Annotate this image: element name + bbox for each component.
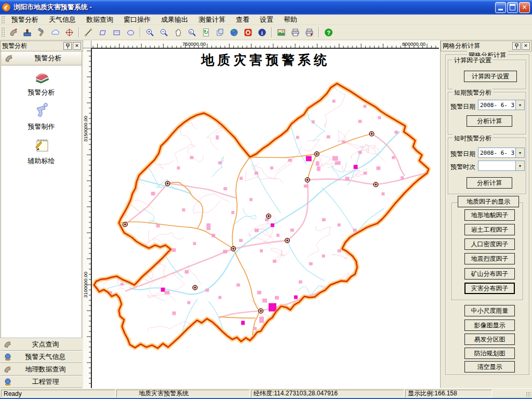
aux-plot-icon bbox=[32, 136, 51, 154]
svg-text:800000.00: 800000.00 bbox=[402, 41, 425, 47]
chevron-down-icon[interactable]: ▼ bbox=[515, 161, 524, 170]
menu-measure-calc[interactable]: 测量计算 bbox=[193, 14, 231, 25]
short-time-session-combo[interactable]: ▼ bbox=[478, 161, 525, 171]
zoom-extent-icon: ± bbox=[188, 28, 196, 37]
resize-grip[interactable] bbox=[526, 392, 531, 397]
select-tool-button[interactable] bbox=[7, 26, 20, 38]
title-bar: 浏阳市地质灾害预警系统 - ✕ bbox=[0, 0, 532, 15]
left-panel: 预警分析 ✕ 预警分析 预警分析 bbox=[0, 41, 83, 388]
short-time-run-button[interactable]: 分析计算 bbox=[467, 177, 512, 189]
left-panel-titlebar: 预警分析 ✕ bbox=[0, 41, 83, 51]
prevention-plan-button[interactable]: 防治规划图 bbox=[464, 348, 515, 359]
menu-view[interactable]: 查看 bbox=[231, 14, 255, 25]
tool-aux-plot[interactable]: 辅助标绘 bbox=[1, 136, 82, 166]
image-display-button[interactable]: 影像图显示 bbox=[464, 320, 515, 331]
sidebar-item-weather-info[interactable]: 预警天气信息 bbox=[1, 351, 82, 363]
refresh-view-button[interactable]: ↻ bbox=[200, 26, 212, 38]
draw-polygon-button[interactable] bbox=[96, 26, 109, 38]
menu-warning-analysis[interactable]: 预警分析 bbox=[6, 14, 44, 25]
factor-disaster-button[interactable]: 灾害分布因子 bbox=[464, 283, 515, 294]
image-view-button[interactable] bbox=[275, 26, 288, 38]
tool-warning-make[interactable]: 预警制作 bbox=[1, 102, 82, 131]
minimize-icon bbox=[498, 9, 503, 10]
pin-icon bbox=[65, 44, 70, 49]
menu-help[interactable]: 帮助 bbox=[278, 14, 302, 25]
restore-button[interactable] bbox=[507, 2, 518, 13]
menu-data-query[interactable]: 数据查询 bbox=[81, 14, 118, 25]
cloud-tool-button[interactable] bbox=[49, 26, 62, 38]
center-target-button[interactable] bbox=[63, 26, 76, 38]
chevron-down-icon[interactable]: ▼ bbox=[515, 148, 524, 157]
chevron-down-icon[interactable]: ▼ bbox=[515, 100, 524, 110]
tool-label: 预警制作 bbox=[1, 122, 82, 131]
window-title: 浏阳市地质灾害预警系统 - bbox=[14, 3, 494, 12]
short-time-session-label: 预警时次 bbox=[450, 163, 475, 171]
edit-tool-button[interactable] bbox=[35, 26, 48, 38]
factor-geotech-button[interactable]: 岩土工程因子 bbox=[464, 224, 515, 235]
zoom-in-button[interactable] bbox=[143, 26, 156, 38]
short-term-date-combo[interactable]: 2008- 6- 3 ▼ bbox=[478, 100, 525, 110]
help-button[interactable]: ? bbox=[322, 26, 335, 38]
sidebar-item-label: 灾点查询 bbox=[12, 340, 79, 349]
status-ready: Ready bbox=[1, 390, 115, 397]
left-panel-close-button[interactable]: ✕ bbox=[73, 42, 81, 50]
dish-icon bbox=[4, 54, 15, 62]
short-term-group-title: 短期预警分析 bbox=[453, 88, 493, 97]
menu-weather-info[interactable]: 天气信息 bbox=[44, 14, 81, 25]
factor-population-button[interactable]: 人口密度因子 bbox=[464, 238, 515, 250]
stop-load-button[interactable] bbox=[242, 26, 255, 38]
left-panel-header: 预警分析 bbox=[1, 51, 82, 65]
sidebar-item-project-management[interactable]: 工程管理 bbox=[1, 376, 82, 388]
map-svg bbox=[92, 49, 440, 389]
right-panel-close-button[interactable]: ✕ bbox=[522, 42, 530, 50]
tool-warning-analysis[interactable]: 预警分析 bbox=[1, 69, 82, 97]
status-scale: 显示比例:166.158 bbox=[405, 390, 492, 397]
map-style-button[interactable] bbox=[21, 26, 34, 38]
short-term-group: 短期预警分析 bbox=[448, 92, 526, 135]
factor-seismic-button[interactable]: 地震烈度因子 bbox=[464, 253, 515, 264]
svg-text:±: ± bbox=[190, 30, 192, 34]
print-preview-button[interactable] bbox=[303, 26, 316, 38]
calc-factor-group-title: 计算因子设置 bbox=[453, 56, 493, 65]
map-style-icon bbox=[23, 28, 32, 37]
menu-window-ops[interactable]: 窗口操作 bbox=[118, 14, 156, 25]
zoom-out-button[interactable] bbox=[157, 26, 170, 38]
calc-factor-settings-button[interactable]: 计算因子设置 bbox=[464, 71, 517, 82]
menu-grip[interactable] bbox=[1, 16, 5, 24]
clear-display-button[interactable]: 清空显示 bbox=[464, 361, 515, 373]
map-canvas[interactable]: 地质灾害预警系统 bbox=[91, 48, 439, 388]
left-panel-pin-button[interactable] bbox=[63, 42, 72, 50]
right-panel-titlebar: 网格分析计算 ✕ bbox=[441, 41, 532, 51]
draw-ellipse-button[interactable] bbox=[124, 26, 137, 38]
info-button[interactable]: i bbox=[256, 26, 269, 38]
menu-result-output[interactable]: 成果输出 bbox=[156, 14, 193, 25]
geo-factor-display-button[interactable]: 地质因子的显示 bbox=[458, 196, 519, 207]
gauge-icon bbox=[4, 378, 12, 385]
draw-rectangle-button[interactable] bbox=[110, 26, 123, 38]
zoom-extent-button[interactable]: ± bbox=[185, 26, 198, 38]
short-term-run-button[interactable]: 分析计算 bbox=[467, 115, 512, 127]
sidebar-item-geo-data-query[interactable]: 地理数据查询 bbox=[1, 363, 82, 376]
pan-button[interactable] bbox=[171, 26, 184, 38]
toolbar-grip[interactable] bbox=[1, 27, 5, 37]
ruler-corner bbox=[83, 41, 91, 48]
print-button[interactable] bbox=[289, 26, 302, 38]
draw-ellipse-icon bbox=[126, 28, 135, 37]
globe-button[interactable] bbox=[228, 26, 241, 38]
right-panel-pin-button[interactable] bbox=[512, 42, 521, 50]
tool-label: 预警分析 bbox=[1, 88, 82, 97]
rainfall-scale-button[interactable]: 中小尺度雨量 bbox=[464, 305, 515, 316]
sidebar-item-label: 地理数据查询 bbox=[12, 365, 79, 374]
factor-mine-button[interactable]: 矿山分布因子 bbox=[464, 268, 515, 280]
susceptibility-map-button[interactable]: 易发分区图 bbox=[464, 334, 515, 345]
close-icon: ✕ bbox=[522, 4, 527, 10]
sidebar-item-disaster-query[interactable]: 灾点查询 bbox=[1, 338, 82, 351]
copy-layers-button[interactable] bbox=[214, 26, 227, 38]
close-button[interactable]: ✕ bbox=[519, 2, 530, 13]
short-term-date-value: 2008- 6- 3 bbox=[478, 100, 515, 110]
short-time-date-combo[interactable]: 2008- 6- 3 ▼ bbox=[478, 148, 525, 158]
factor-terrain-button[interactable]: 地形地貌因子 bbox=[464, 209, 515, 221]
menu-settings[interactable]: 设置 bbox=[255, 14, 278, 25]
minimize-button[interactable] bbox=[495, 2, 506, 13]
draw-line-button[interactable] bbox=[82, 26, 95, 38]
